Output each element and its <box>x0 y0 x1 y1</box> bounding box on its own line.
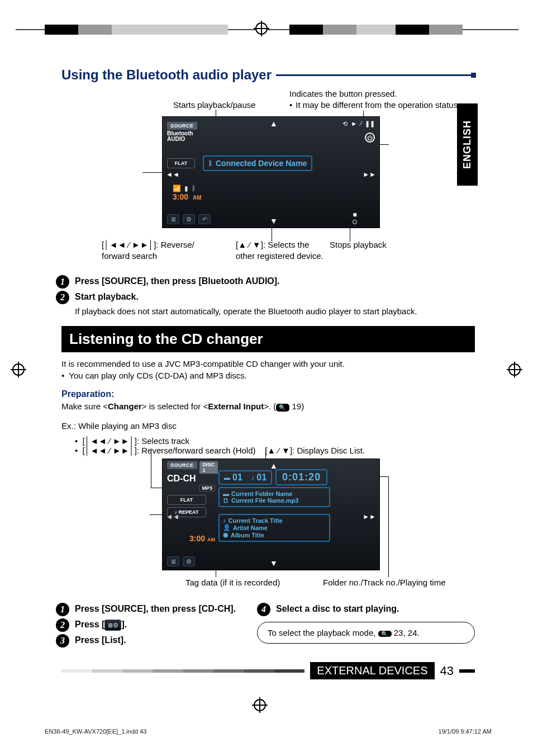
step-1-text: Press [SOURCE], then press [Bluetooth AU… <box>75 275 280 289</box>
print-datetime: 19/1/09 9:47:12 AM <box>439 728 492 735</box>
album-title: Album Title <box>231 532 264 538</box>
note-icon: ♪ <box>223 517 226 524</box>
step-number-4: 4 <box>257 603 270 616</box>
cdch-step-3-row: 3 Press [List]. <box>56 634 246 648</box>
text: ]. <box>121 620 127 629</box>
flat-eq-label: FLAT <box>167 495 206 505</box>
folder-track-time-row: ▬ 01 ♪ 01 0:01:20 <box>218 469 327 485</box>
antenna-icon: 📶 <box>173 185 181 192</box>
callout-selects-device: [▲ ∕ ▼]: Selects the other registered de… <box>236 239 323 261</box>
section-title-bluetooth: Using the Bluetooth audio player <box>61 67 272 83</box>
text: Make sure < <box>61 401 108 411</box>
step-number-2: 2 <box>56 291 69 304</box>
loop-icon: ⟲ <box>342 120 348 127</box>
tag-box: ♪ Current Track Title 👤 Artist Name ◉ Al… <box>218 514 330 542</box>
step-number-1: 1 <box>56 275 69 289</box>
bluetooth-small-icon: ᛒ <box>192 185 196 192</box>
next-track-icon: ►► <box>363 171 376 178</box>
cdch-intro-bullet: You can play only CDs (CD-DA) and MP3 di… <box>61 371 475 380</box>
bottom-tool-icons: ≣ ⚙ <box>167 556 195 566</box>
slash-icon: ∕ <box>360 120 361 127</box>
folder-icon: ▬ <box>224 474 230 481</box>
external-input-bold: External Input <box>208 401 264 411</box>
callout-indicates-line1: Indicates the button pressed. <box>289 88 460 100</box>
text: ]: Displays Disc List. <box>290 446 365 455</box>
file-icon: 🗋 <box>223 497 229 504</box>
step-2-row: 2 Start playback. <box>56 291 475 304</box>
play-icon: ► <box>351 120 357 127</box>
text: >. ( <box>264 401 276 411</box>
source-label: SOURCE <box>167 122 197 130</box>
page-ref-number: 23, 24. <box>392 628 420 637</box>
back-arrow-icon: ↶ <box>198 214 211 224</box>
up-down-icons: ▲ ∕ ▼ <box>267 446 290 455</box>
print-metadata: EN38-49_KW-AVX720[EE]_1.indd 43 19/1/09 … <box>45 728 492 735</box>
callout-indicates-line2: It may be different from the operation s… <box>296 100 460 111</box>
text: ]: Selects the <box>261 240 310 249</box>
folder-file-box: ▬ Current Folder Name 🗋 Current File Nam… <box>218 487 330 507</box>
registration-mark-icon <box>508 363 521 376</box>
registration-mark-icon <box>254 699 266 711</box>
clock-time: 3:00 <box>189 534 205 543</box>
prev-track-icon: ◄◄ <box>166 171 179 178</box>
bluetooth-label-2: AUDIO <box>167 136 185 142</box>
text: You can play only CDs (CD-DA) and MP3 di… <box>69 371 247 380</box>
person-icon: 👤 <box>223 524 231 531</box>
cdch-step-4-row: 4 Select a disc to start playing. <box>257 603 475 616</box>
folder-track-box: ▬ 01 ♪ 01 <box>218 470 272 485</box>
text: other registered device. <box>236 251 323 261</box>
example-line: Ex.: While playing an MP3 disc <box>61 420 475 432</box>
folder-number: 01 <box>232 472 242 483</box>
page-content: ENGLISH Using the Bluetooth audio player… <box>61 67 475 679</box>
callout-reverse-forward: [│◄◄ ∕ ►►│]: Reverse/ forward search <box>102 239 194 261</box>
connected-device-box: ᛒ Connected Device Name <box>203 155 312 171</box>
power-icon: ⏻ <box>365 133 375 143</box>
track-number: 01 <box>256 472 266 483</box>
pre-bullet-2: • [│◄◄ ∕ ►►│]: Reverse/forward search (H… <box>75 446 475 455</box>
source-label: SOURCE <box>167 461 197 469</box>
flat-eq-label: FLAT <box>167 158 195 168</box>
pre-bullet-1: • [│◄◄ ∕ ►►│]: Selects track <box>75 436 475 446</box>
cdch-label: CD-CH <box>167 474 215 484</box>
preparation-label: Preparation: <box>61 389 475 399</box>
down-arrow-icon: ▼ <box>270 559 278 568</box>
footer-gradient-bar <box>61 669 304 673</box>
cdch-step-1-row: 1 Press [SOURCE], then press [CD-CH]. <box>56 603 246 616</box>
page-ref-number: 19) <box>289 401 304 411</box>
note-icon: ♪ <box>251 474 255 481</box>
step-number-1: 1 <box>56 603 69 616</box>
mp3-label: MP3 <box>199 485 215 492</box>
list-button-icon: ≣⚙ <box>104 620 121 631</box>
disc-icon: ◉ <box>223 531 229 538</box>
playing-time: 0:01:20 <box>275 469 327 485</box>
text: Press [ <box>75 620 104 629</box>
text: > is selected for < <box>142 401 208 411</box>
cdch-step-1-text: Press [SOURCE], then press [CD-CH]. <box>75 603 236 616</box>
artist-name: Artist Name <box>233 525 268 531</box>
list-icon: ≣ <box>167 214 179 224</box>
text: ]: Reverse/forward search (Hold) <box>135 446 256 455</box>
folder-name: Current Folder Name <box>231 490 292 497</box>
disc-tab: DISC 1 <box>199 461 218 474</box>
up-down-icons: ▲ ∕ ▼ <box>238 240 261 249</box>
clock-ampm: AM <box>193 195 202 201</box>
clock-time: 3:00 <box>173 192 188 201</box>
play-status-icons: ⟲ ► ∕ ❚❚ <box>342 120 375 127</box>
page-number: 43 <box>440 664 454 678</box>
cdch-intro: It is recommended to use a JVC MP3-compa… <box>61 358 475 370</box>
step-2-subtext: If playback does not start automatically… <box>75 306 475 316</box>
callout-folder-track-time: Folder no./Track no./Playing time <box>323 577 446 588</box>
next-track-icon: ►► <box>363 513 376 521</box>
cdch-step-2-text: Press [≣⚙]. <box>75 618 127 632</box>
prev-next-icons: │◄◄ ∕ ►►│ <box>104 239 154 251</box>
repeat-label: ♪ REPEAT <box>167 507 206 517</box>
bluetooth-diagram: Starts playback/pause Indicates the butt… <box>61 88 475 273</box>
footer-section-label: EXTERNAL DEVICES <box>310 662 434 679</box>
section-heading-row: Using the Bluetooth audio player <box>61 67 475 83</box>
step-number-3: 3 <box>56 634 69 648</box>
settings-icon: ⚙ <box>183 556 195 566</box>
step-number-2: 2 <box>56 618 69 632</box>
callout-indicates-button: Indicates the button pressed. •It may be… <box>289 88 460 110</box>
down-arrow-icon: ▼ <box>270 216 278 225</box>
cdch-step-2-row: 2 Press [≣⚙]. <box>56 618 246 632</box>
